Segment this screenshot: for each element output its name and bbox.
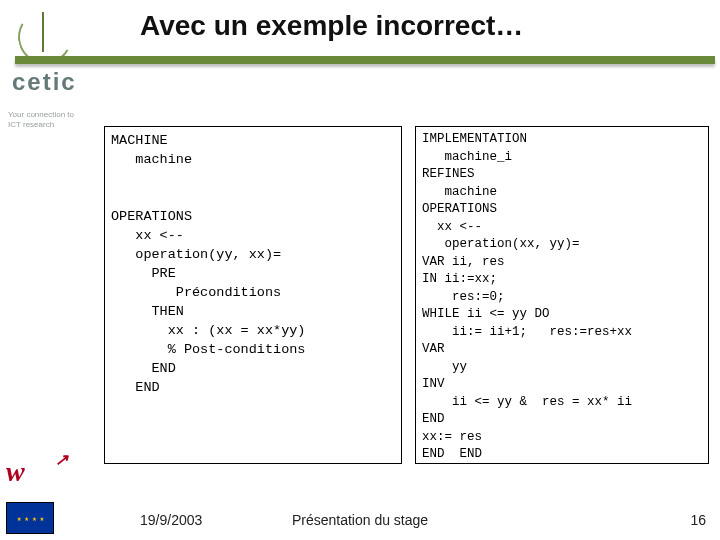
title-underline — [15, 56, 715, 64]
cetic-logo: cetic — [10, 10, 85, 100]
tagline-line1: Your connection to — [8, 110, 74, 119]
tagline-line2: ICT research — [8, 120, 54, 129]
footer-page-number: 16 — [690, 512, 706, 528]
cetic-logo-stem — [42, 12, 44, 52]
wallonia-logo-text: w — [6, 456, 25, 487]
footer-center: Présentation du stage — [0, 512, 720, 528]
code-block-implementation: IMPLEMENTATION machine_i REFINES machine… — [415, 126, 709, 464]
arrow-icon: ↗ — [55, 450, 68, 469]
code-block-machine: MACHINE machine OPERATIONS xx <-- operat… — [104, 126, 402, 464]
cetic-logo-text: cetic — [12, 68, 77, 96]
slide: cetic Your connection to ICT research w … — [0, 0, 720, 540]
cetic-tagline: Your connection to ICT research — [8, 110, 74, 130]
wallonia-logo: w ↗ — [6, 456, 66, 496]
slide-title: Avec un exemple incorrect… — [140, 10, 523, 42]
logo-column: cetic Your connection to ICT research w … — [0, 0, 100, 540]
